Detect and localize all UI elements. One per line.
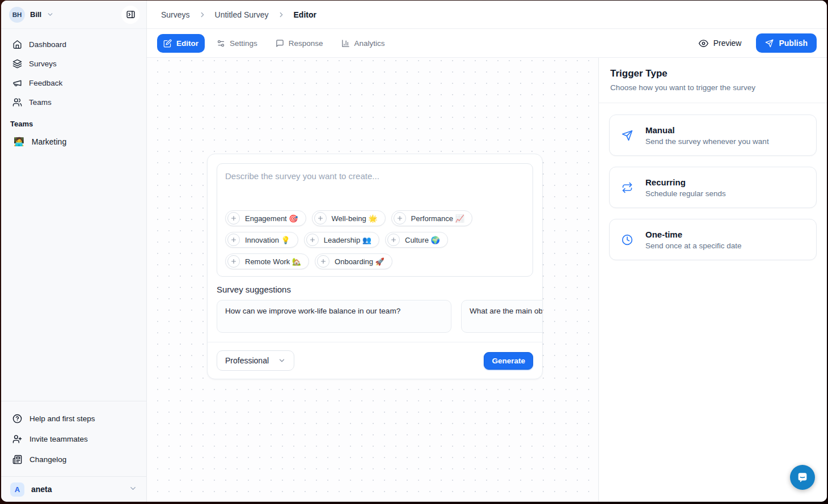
breadcrumb-editor: Editor	[294, 10, 316, 19]
user-menu[interactable]: A aneta	[1, 476, 146, 502]
chip-label: Engagement 🎯	[245, 214, 298, 223]
chip-label: Innovation 💡	[245, 236, 290, 244]
user-avatar: A	[10, 482, 24, 497]
plus-icon	[306, 234, 319, 246]
topic-chip-engagement[interactable]: Engagement 🎯	[225, 210, 306, 226]
topic-chip-culture[interactable]: Culture 🌍	[385, 232, 448, 248]
technologist-emoji-icon: 🧑‍💻	[14, 137, 24, 147]
tab-editor[interactable]: Editor	[157, 34, 205, 53]
sidebar-item-label: Surveys	[29, 60, 57, 68]
megaphone-icon	[12, 78, 22, 88]
preview-label: Preview	[713, 39, 742, 48]
send-icon	[765, 39, 774, 48]
generate-button[interactable]: Generate	[484, 352, 533, 370]
panel-title: Trigger Type	[610, 68, 816, 79]
tab-analytics[interactable]: Analytics	[335, 34, 391, 53]
trigger-option-title: One-time	[645, 230, 742, 239]
topic-chip-list: Engagement 🎯 Well-being 🌟 Performance 📈	[225, 210, 525, 269]
breadcrumb-untitled-survey[interactable]: Untitled Survey	[215, 10, 269, 19]
sidebar-footer-nav: Help and first steps Invite teammates Ch…	[1, 401, 146, 476]
editor-content: Describe the survey you want to create..…	[147, 58, 827, 502]
trigger-panel-header: Trigger Type Choose how you want to trig…	[599, 58, 827, 103]
breadcrumb: Surveys Untitled Survey Editor	[147, 1, 827, 29]
sidebar-item-invite[interactable]: Invite teammates	[6, 429, 142, 449]
eye-icon	[699, 39, 708, 48]
message-square-icon	[276, 39, 284, 48]
main-area: Surveys Untitled Survey Editor Editor Se…	[147, 1, 827, 502]
topic-chip-onboarding[interactable]: Onboarding 🚀	[315, 253, 392, 269]
composer-footer: Professional Generate	[208, 342, 542, 379]
trigger-option-description: Send the survey whenever you want	[645, 137, 769, 146]
editor-toolbar: Editor Settings Response Analytics Previ…	[147, 29, 827, 58]
survey-composer-card: Describe the survey you want to create..…	[207, 154, 543, 379]
chevron-down-icon	[47, 11, 54, 18]
tab-label: Response	[289, 39, 323, 48]
chevron-right-icon	[277, 11, 285, 19]
help-circle-icon	[12, 414, 22, 423]
publish-button[interactable]: Publish	[756, 33, 817, 53]
survey-prompt-input[interactable]: Describe the survey you want to create..…	[217, 163, 533, 277]
sidebar-item-surveys[interactable]: Surveys	[6, 54, 142, 73]
toolbar-actions: Preview Publish	[695, 33, 817, 53]
sidebar-item-teams[interactable]: Teams	[6, 92, 142, 112]
sliders-icon	[217, 39, 225, 48]
trigger-options: Manual Send the survey whenever you want…	[599, 103, 827, 272]
plus-icon	[227, 234, 240, 246]
topic-chip-wellbeing[interactable]: Well-being 🌟	[312, 210, 386, 226]
users-icon	[12, 98, 22, 107]
tab-label: Editor	[176, 39, 198, 48]
publish-label: Publish	[779, 39, 808, 48]
suggestion-card[interactable]: How can we improve work-life balance in …	[217, 300, 451, 333]
trigger-option-recurring[interactable]: Recurring Schedule regular sends	[609, 167, 817, 208]
sidebar-item-label: Help and first steps	[29, 414, 95, 423]
editor-canvas[interactable]: Describe the survey you want to create..…	[147, 58, 598, 502]
sidebar-nav: Dashboard Surveys Feedback Teams	[1, 29, 146, 112]
sidebar-item-changelog[interactable]: Changelog	[6, 449, 142, 469]
teams-section-label: Teams	[1, 112, 146, 133]
sidebar-item-team-marketing[interactable]: 🧑‍💻 Marketing	[6, 133, 142, 151]
newspaper-icon	[12, 455, 22, 464]
pencil-square-icon	[163, 39, 172, 48]
topic-chip-leadership[interactable]: Leadership 👥	[304, 232, 379, 248]
topic-chip-remote-work[interactable]: Remote Work 🏡	[225, 253, 309, 269]
topic-chip-performance[interactable]: Performance 📈	[391, 210, 472, 226]
sidebar: BH Bill Dashboard Surveys Feedback T	[1, 1, 147, 502]
trigger-option-title: Recurring	[645, 177, 726, 187]
home-icon	[12, 40, 22, 49]
chat-launcher-button[interactable]	[790, 465, 815, 490]
sidebar-item-feedback[interactable]: Feedback	[6, 73, 142, 92]
suggestion-card[interactable]: What are the main ob	[461, 300, 542, 333]
chevron-down-icon	[129, 484, 137, 495]
chevron-right-icon	[198, 11, 206, 19]
chip-label: Leadership 👥	[324, 236, 371, 244]
repeat-icon	[622, 182, 633, 193]
sidebar-item-help[interactable]: Help and first steps	[6, 408, 142, 429]
send-icon	[622, 130, 633, 141]
chip-label: Onboarding 🚀	[335, 257, 385, 266]
chip-label: Performance 📈	[411, 214, 464, 223]
trigger-option-description: Send once at a specific date	[645, 242, 742, 250]
sidebar-collapse-button[interactable]	[121, 6, 140, 24]
workspace-switcher[interactable]: BH Bill	[1, 1, 146, 29]
plus-icon	[314, 212, 327, 225]
topic-chip-innovation[interactable]: Innovation 💡	[225, 232, 298, 248]
tab-settings[interactable]: Settings	[210, 34, 264, 53]
trigger-option-manual[interactable]: Manual Send the survey whenever you want	[609, 115, 817, 156]
sidebar-item-dashboard[interactable]: Dashboard	[6, 35, 142, 54]
tone-select[interactable]: Professional	[217, 350, 294, 371]
chip-label: Well-being 🌟	[332, 214, 378, 223]
layers-icon	[12, 59, 22, 69]
trigger-option-one-time[interactable]: One-time Send once at a specific date	[609, 219, 817, 260]
sidebar-item-label: Invite teammates	[29, 435, 88, 443]
tab-response[interactable]: Response	[269, 34, 329, 53]
sidebar-item-label: Dashboard	[29, 40, 66, 49]
breadcrumb-surveys[interactable]: Surveys	[161, 10, 190, 19]
trigger-option-title: Manual	[645, 125, 769, 135]
app-window: BH Bill Dashboard Surveys Feedback T	[1, 1, 827, 502]
tab-label: Settings	[230, 39, 257, 48]
trigger-option-description: Schedule regular sends	[645, 189, 726, 198]
clock-icon	[622, 234, 633, 245]
preview-button[interactable]: Preview	[695, 38, 745, 49]
suggestions-carousel[interactable]: How can we improve work-life balance in …	[217, 300, 542, 333]
plus-icon	[387, 234, 400, 246]
